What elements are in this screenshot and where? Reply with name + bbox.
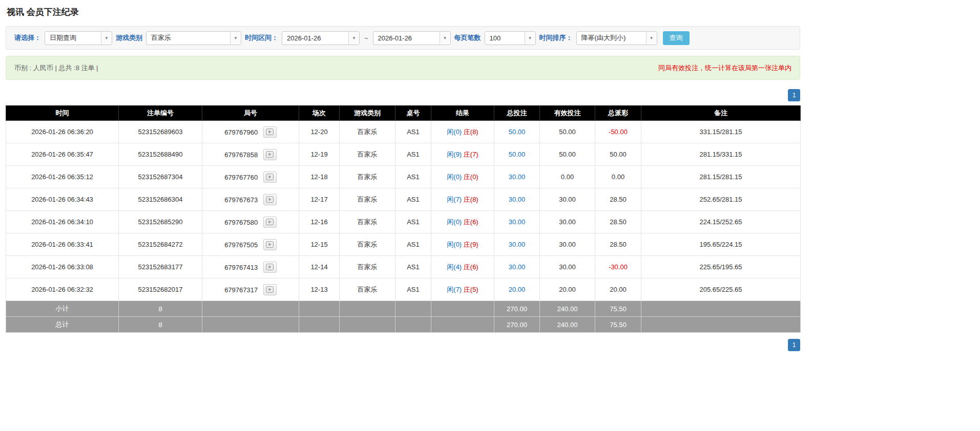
- cell-bet-id: 523152687304: [119, 166, 202, 188]
- cell-payout: 28.50: [595, 211, 641, 233]
- total-bet-link[interactable]: 30.00: [509, 263, 526, 271]
- query-button[interactable]: 查询: [663, 31, 690, 45]
- cell-total-bet: 30.00: [494, 166, 540, 188]
- view-round-button[interactable]: [263, 171, 277, 183]
- view-round-button[interactable]: [263, 194, 277, 205]
- view-round-button[interactable]: [263, 217, 277, 228]
- view-round-button[interactable]: [263, 149, 277, 160]
- cell-total-bet: 30.00: [494, 188, 540, 211]
- cell-time: 2026-01-26 06:34:43: [6, 188, 119, 211]
- cell-result: 闲(7) 庄(8): [431, 188, 494, 211]
- result-banker: 庄(8): [464, 128, 478, 136]
- table-row: 2026-01-26 06:33:41 523152684272 6797675…: [6, 233, 801, 256]
- date-from-value: 2026-01-26: [282, 32, 348, 45]
- currency-total-summary: 币别 : 人民币 | 总共 :8 注单 |: [14, 63, 98, 73]
- time-range-label: 时间区间：: [245, 33, 278, 42]
- total-bet-link[interactable]: 30.00: [509, 173, 526, 181]
- page-title: 视讯 会员下注纪录: [6, 4, 800, 26]
- total-total-bet: 270.00: [494, 317, 540, 333]
- cell-game-type: 百家乐: [340, 278, 395, 301]
- query-type-select[interactable]: 日期查询 ▾: [45, 31, 112, 45]
- replay-icon: [266, 219, 274, 225]
- page-button-1[interactable]: 1: [788, 339, 800, 351]
- total-bet-link[interactable]: 30.00: [509, 241, 526, 248]
- query-type-value: 日期查询: [45, 32, 101, 45]
- chevron-down-icon[interactable]: ▾: [230, 32, 241, 45]
- result-banker: 庄(9): [464, 241, 478, 248]
- game-type-label: 游戏类别: [116, 33, 142, 42]
- cell-payout: 28.50: [595, 188, 641, 211]
- cell-remark: 205.65/225.65: [641, 278, 801, 301]
- total-bet-link[interactable]: 50.00: [509, 150, 526, 158]
- cell-game-type: 百家乐: [340, 188, 395, 211]
- cell-bet-id: 523152684272: [119, 233, 202, 256]
- cell-total-bet: 30.00: [494, 256, 540, 278]
- cell-result: 闲(0) 庄(8): [431, 121, 494, 143]
- cell-round: 679767858: [202, 143, 299, 166]
- cell-time: 2026-01-26 06:32:32: [6, 278, 119, 301]
- column-header-time: 时间: [6, 106, 119, 121]
- total-bet-link[interactable]: 30.00: [509, 196, 526, 203]
- page-size-select[interactable]: 100 ▾: [485, 31, 536, 45]
- cell-time: 2026-01-26 06:36:20: [6, 121, 119, 143]
- chevron-down-icon[interactable]: ▾: [348, 32, 359, 45]
- table-body: 2026-01-26 06:36:20 523152689603 6797679…: [6, 121, 801, 301]
- info-bar: 币别 : 人民币 | 总共 :8 注单 | 同局有效投注，统一计算在该局第一张注…: [6, 56, 800, 80]
- view-round-button[interactable]: [263, 284, 277, 295]
- chevron-down-icon[interactable]: ▾: [646, 32, 657, 45]
- cell-payout: -50.00: [595, 121, 641, 143]
- date-to-picker[interactable]: 2026-01-26 ▾: [373, 31, 451, 45]
- page-content: 视讯 会员下注纪录 请选择： 日期查询 ▾ 游戏类别 百家乐 ▾ 时间区间： 2…: [6, 4, 800, 351]
- cell-game-type: 百家乐: [340, 211, 395, 233]
- cell-table-no: AS1: [395, 121, 431, 143]
- view-round-button[interactable]: [263, 262, 277, 273]
- sort-order-select[interactable]: 降幂(由大到小) ▾: [576, 31, 657, 45]
- view-round-button[interactable]: [263, 126, 277, 138]
- cell-remark: 224.15/252.65: [641, 211, 801, 233]
- cell-time: 2026-01-26 06:34:10: [6, 211, 119, 233]
- total-bet-link[interactable]: 50.00: [509, 128, 526, 136]
- cell-bet-id: 523152685290: [119, 211, 202, 233]
- date-from-picker[interactable]: 2026-01-26 ▾: [282, 31, 360, 45]
- result-banker: 庄(7): [464, 150, 478, 158]
- pagination-bottom: 1: [6, 339, 800, 351]
- table-row: 2026-01-26 06:34:10 523152685290 6797675…: [6, 211, 801, 233]
- cell-result: 闲(4) 庄(6): [431, 256, 494, 278]
- total-bet-link[interactable]: 20.00: [509, 286, 526, 293]
- total-bet-link[interactable]: 30.00: [509, 218, 526, 226]
- payout-value: -50.00: [609, 128, 628, 136]
- replay-icon: [266, 151, 274, 158]
- chevron-down-icon[interactable]: ▾: [101, 32, 112, 45]
- cell-remark: 281.15/331.15: [641, 143, 801, 166]
- result-player: 闲(0): [447, 173, 462, 181]
- chevron-down-icon[interactable]: ▾: [440, 32, 450, 45]
- chevron-down-icon[interactable]: ▾: [525, 32, 535, 45]
- subtotal-count: 8: [119, 301, 202, 317]
- payout-value: 28.50: [610, 241, 627, 248]
- cell-round: 679767673: [202, 188, 299, 211]
- game-type-select[interactable]: 百家乐 ▾: [146, 31, 241, 45]
- cell-bet-id: 523152688490: [119, 143, 202, 166]
- page-button-1[interactable]: 1: [788, 89, 800, 101]
- cell-game-type: 百家乐: [340, 143, 395, 166]
- replay-icon: [266, 286, 274, 293]
- cell-round: 679767580: [202, 211, 299, 233]
- cell-valid-bet: 30.00: [540, 188, 595, 211]
- cell-session: 12-13: [299, 278, 340, 301]
- table-header-row: 时间 注单编号 局号 场次 游戏类别 桌号 结果 总投注 有效投注 总派彩 备注: [6, 106, 801, 121]
- cell-bet-id: 523152689603: [119, 121, 202, 143]
- cell-session: 12-16: [299, 211, 340, 233]
- game-type-value: 百家乐: [147, 32, 230, 45]
- view-round-button[interactable]: [263, 239, 277, 250]
- column-header-payout: 总派彩: [595, 106, 641, 121]
- cell-payout: 50.00: [595, 143, 641, 166]
- total-count: 8: [119, 317, 202, 333]
- cell-valid-bet: 50.00: [540, 143, 595, 166]
- payout-value: 28.50: [610, 196, 627, 203]
- result-banker: 庄(0): [464, 173, 478, 181]
- payout-value: -30.00: [609, 263, 628, 271]
- cell-payout: 20.00: [595, 278, 641, 301]
- table-row: 2026-01-26 06:33:08 523152683177 6797674…: [6, 256, 801, 278]
- range-separator: ~: [363, 34, 369, 42]
- replay-icon: [266, 264, 274, 270]
